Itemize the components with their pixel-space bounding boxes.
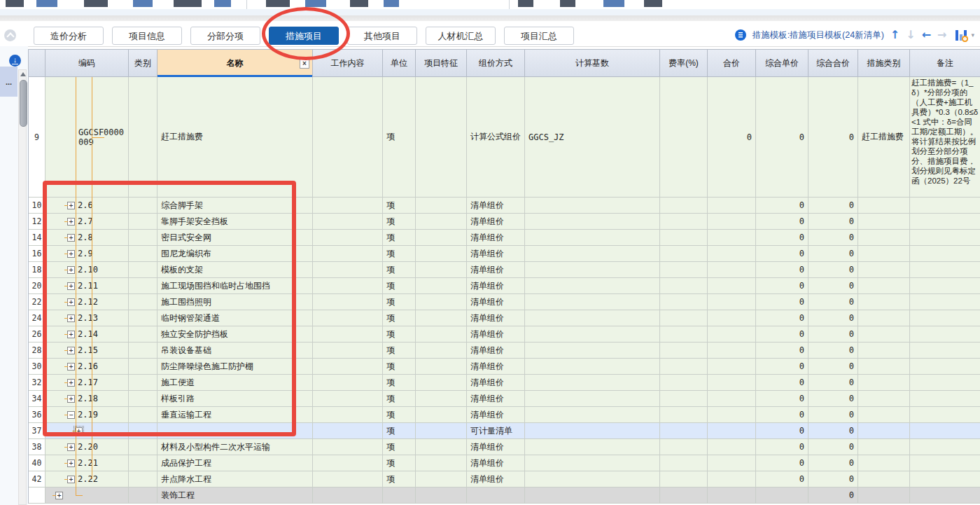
cell-code[interactable]: GGCSF0000009 (46, 77, 129, 198)
cell-remark[interactable] (910, 439, 980, 455)
scroll-up-icon[interactable] (20, 72, 26, 76)
cell-total[interactable] (708, 198, 756, 214)
expand-toggle[interactable]: + (67, 266, 75, 274)
cell-base[interactable] (525, 375, 660, 391)
row-number[interactable]: 30 (29, 359, 46, 375)
cell-rate[interactable] (660, 487, 708, 504)
cell-cat[interactable] (129, 246, 158, 262)
cell-work[interactable] (313, 326, 383, 343)
column-header-pricing[interactable]: 组价方式 (467, 49, 525, 77)
row-number[interactable]: 12 (29, 214, 46, 230)
cell-base[interactable] (525, 471, 660, 487)
cell-feat[interactable] (416, 455, 467, 471)
cell-total[interactable] (708, 423, 756, 439)
cell-totalPrice[interactable]: 0 (808, 359, 858, 375)
cell-total[interactable] (708, 471, 756, 487)
cell-base[interactable] (525, 230, 660, 246)
cell-name[interactable]: 垂直运输工程 (158, 407, 313, 423)
cell-cat[interactable] (129, 198, 158, 214)
cell-total[interactable] (708, 326, 756, 343)
cell-total[interactable] (708, 262, 756, 278)
cell-totalPrice[interactable]: 0 (808, 407, 858, 423)
row-number[interactable]: 9 (29, 77, 46, 198)
cell-code[interactable]: −2.19 (46, 407, 129, 423)
cell-base[interactable] (525, 198, 660, 214)
cell-work[interactable] (313, 230, 383, 246)
cell-category[interactable] (858, 246, 910, 262)
cell-pricing[interactable]: 清单组价 (467, 439, 525, 455)
cell-totalPrice[interactable]: 0 (808, 423, 858, 439)
cell-category[interactable] (858, 343, 910, 359)
tab-人材机汇总[interactable]: 人材机汇总 (426, 27, 496, 45)
cell-remark[interactable] (910, 391, 980, 407)
cell-name[interactable]: 独立安全防护挡板 (158, 326, 313, 343)
cell-rate[interactable] (660, 326, 708, 343)
cell-remark[interactable] (910, 471, 980, 487)
cell-feat[interactable] (416, 423, 467, 439)
dropdown-caret-icon[interactable]: ▾ (971, 32, 974, 39)
expand-toggle[interactable]: + (67, 250, 75, 258)
cell-feat[interactable] (416, 471, 467, 487)
column-header-total[interactable]: 合价 (708, 49, 756, 77)
cell-feat[interactable] (416, 391, 467, 407)
cell-total[interactable] (708, 214, 756, 230)
cell-code[interactable]: + (46, 487, 129, 504)
back-icon[interactable]: ← (922, 29, 931, 41)
cell-work[interactable] (313, 198, 383, 214)
cell-remark[interactable] (910, 230, 980, 246)
cell-cat[interactable] (129, 343, 158, 359)
expand-toggle[interactable]: + (67, 476, 75, 483)
cell-base[interactable] (525, 391, 660, 407)
cell-totalPrice[interactable]: 0 (808, 294, 858, 310)
cell-unit[interactable] (383, 487, 416, 504)
cell-unit[interactable]: 项 (383, 294, 416, 310)
cell-code[interactable]: +2.9 (46, 246, 129, 262)
row-number[interactable]: 36 (29, 407, 46, 423)
cell-remark[interactable] (910, 294, 980, 310)
cell-totalPrice[interactable]: 0 (808, 391, 858, 407)
cell-pricing[interactable]: 清单组价 (467, 262, 525, 278)
cell-totalPrice[interactable]: 0 (808, 246, 858, 262)
cell-name[interactable]: 模板的支架 (158, 262, 313, 278)
cell-work[interactable] (313, 359, 383, 375)
cell-unitPrice[interactable] (756, 487, 808, 504)
cell-base[interactable] (525, 246, 660, 262)
cell-unitPrice[interactable]: 0 (756, 343, 808, 359)
cell-base[interactable] (525, 455, 660, 471)
cell-totalPrice[interactable]: 0 (808, 198, 858, 214)
cell-work[interactable] (313, 214, 383, 230)
cell-unit[interactable]: 项 (383, 407, 416, 423)
cell-total[interactable]: 0 (708, 77, 756, 198)
expand-all-download-button[interactable]: ↓ (9, 55, 21, 67)
cell-remark[interactable] (910, 262, 980, 278)
cell-unitPrice[interactable]: 0 (756, 407, 808, 423)
cell-rate[interactable] (660, 343, 708, 359)
cell-unit[interactable]: 项 (383, 198, 416, 214)
row-number[interactable]: 37 (29, 423, 46, 439)
cell-pricing[interactable]: 计算公式组价 (467, 77, 525, 198)
column-header-feat[interactable]: 项目特征 (416, 49, 467, 77)
tab-项目信息[interactable]: 项目信息 (112, 27, 182, 45)
cell-pricing[interactable]: 清单组价 (467, 375, 525, 391)
cell-code[interactable]: +2.17 (46, 375, 129, 391)
cell-code[interactable]: +2.10 (46, 262, 129, 278)
move-up-icon[interactable]: ↑ (890, 29, 899, 41)
expand-toggle[interactable]: + (67, 459, 75, 467)
cell-totalPrice[interactable]: 0 (808, 487, 858, 504)
cell-feat[interactable] (416, 77, 467, 198)
cell-category[interactable] (858, 407, 910, 423)
tab-分部分项[interactable]: 分部分项 (190, 27, 260, 45)
cell-name[interactable]: 材料及小型构件二次水平运输 (158, 439, 313, 455)
cell-remark[interactable] (910, 310, 980, 326)
cell-work[interactable] (313, 278, 383, 294)
column-header-rate[interactable]: 费率(%) (660, 49, 708, 77)
expand-toggle[interactable]: + (67, 234, 75, 242)
cell-pricing[interactable]: 清单组价 (467, 407, 525, 423)
cell-cat[interactable] (129, 455, 158, 471)
cell-remark[interactable] (910, 278, 980, 294)
cell-rate[interactable] (660, 439, 708, 455)
cell-category[interactable] (858, 278, 910, 294)
cell-total[interactable] (708, 359, 756, 375)
column-header-name[interactable]: 名称× (158, 49, 313, 77)
cell-rate[interactable] (660, 198, 708, 214)
